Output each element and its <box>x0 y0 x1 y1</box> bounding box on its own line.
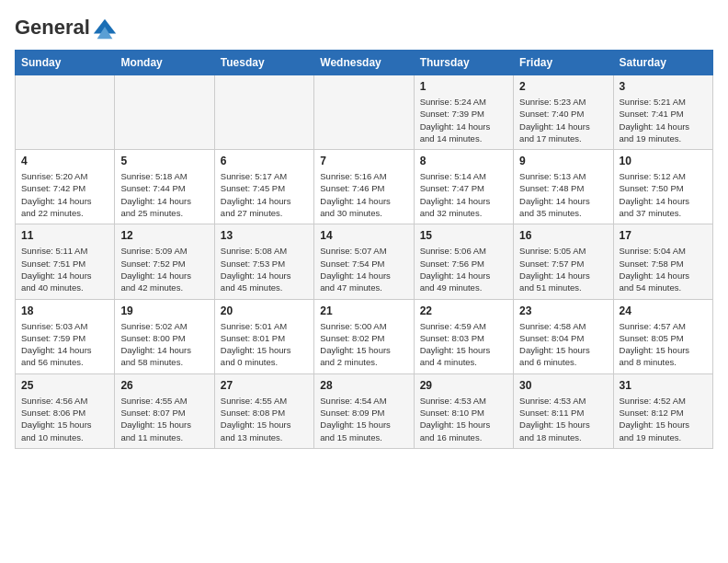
day-info: Sunrise: 4:59 AMSunset: 8:03 PMDaylight:… <box>420 320 507 369</box>
day-cell: 26Sunrise: 4:55 AMSunset: 8:07 PMDayligh… <box>115 373 214 448</box>
weekday-header-saturday: Saturday <box>613 51 712 75</box>
day-info: Sunrise: 5:18 AMSunset: 7:44 PMDaylight:… <box>120 170 208 219</box>
day-number: 1 <box>420 80 507 93</box>
day-info: Sunrise: 5:23 AMSunset: 7:40 PMDaylight:… <box>519 96 607 144</box>
day-info: Sunrise: 5:06 AMSunset: 7:56 PMDaylight:… <box>420 245 507 293</box>
day-info: Sunrise: 4:53 AMSunset: 8:11 PMDaylight:… <box>519 395 607 443</box>
day-cell: 14Sunrise: 5:07 AMSunset: 7:54 PMDayligh… <box>314 224 414 299</box>
day-cell: 4Sunrise: 5:20 AMSunset: 7:42 PMDaylight… <box>16 150 115 224</box>
day-number: 6 <box>221 155 308 167</box>
day-number: 18 <box>21 304 108 317</box>
day-number: 2 <box>519 80 607 93</box>
day-cell: 23Sunrise: 4:58 AMSunset: 8:04 PMDayligh… <box>514 299 613 373</box>
day-info: Sunrise: 4:58 AMSunset: 8:04 PMDaylight:… <box>519 320 607 369</box>
day-cell <box>115 75 214 150</box>
day-cell: 21Sunrise: 5:00 AMSunset: 8:02 PMDayligh… <box>314 299 414 373</box>
weekday-header-wednesday: Wednesday <box>314 51 414 75</box>
day-cell: 11Sunrise: 5:11 AMSunset: 7:51 PMDayligh… <box>16 224 115 299</box>
day-cell: 9Sunrise: 5:13 AMSunset: 7:48 PMDaylight… <box>514 150 613 224</box>
day-number: 8 <box>420 155 507 167</box>
day-cell: 27Sunrise: 4:55 AMSunset: 8:08 PMDayligh… <box>214 373 313 448</box>
day-info: Sunrise: 5:09 AMSunset: 7:52 PMDaylight:… <box>120 245 208 293</box>
weekday-header-monday: Monday <box>115 51 214 75</box>
day-cell: 10Sunrise: 5:12 AMSunset: 7:50 PMDayligh… <box>613 150 712 224</box>
day-cell: 6Sunrise: 5:17 AMSunset: 7:45 PMDaylight… <box>214 150 313 224</box>
day-cell: 31Sunrise: 4:52 AMSunset: 8:12 PMDayligh… <box>613 373 712 448</box>
day-number: 29 <box>420 379 507 392</box>
day-info: Sunrise: 5:21 AMSunset: 7:41 PMDaylight:… <box>620 96 707 144</box>
day-info: Sunrise: 5:20 AMSunset: 7:42 PMDaylight:… <box>21 170 108 219</box>
day-info: Sunrise: 5:00 AMSunset: 8:02 PMDaylight:… <box>320 320 407 369</box>
week-row-2: 4Sunrise: 5:20 AMSunset: 7:42 PMDaylight… <box>16 150 713 224</box>
day-number: 30 <box>519 379 607 392</box>
weekday-header-tuesday: Tuesday <box>214 51 313 75</box>
week-row-3: 11Sunrise: 5:11 AMSunset: 7:51 PMDayligh… <box>16 224 713 299</box>
day-number: 22 <box>420 304 507 317</box>
day-info: Sunrise: 5:02 AMSunset: 8:00 PMDaylight:… <box>120 320 208 369</box>
day-info: Sunrise: 5:11 AMSunset: 7:51 PMDaylight:… <box>21 245 108 293</box>
day-cell: 15Sunrise: 5:06 AMSunset: 7:56 PMDayligh… <box>414 224 513 299</box>
day-cell: 3Sunrise: 5:21 AMSunset: 7:41 PMDaylight… <box>613 75 712 150</box>
day-number: 24 <box>620 304 707 317</box>
day-info: Sunrise: 5:04 AMSunset: 7:58 PMDaylight:… <box>620 245 707 293</box>
day-number: 4 <box>21 155 108 167</box>
day-info: Sunrise: 4:55 AMSunset: 8:07 PMDaylight:… <box>120 395 208 443</box>
day-info: Sunrise: 5:01 AMSunset: 8:01 PMDaylight:… <box>221 320 308 369</box>
day-info: Sunrise: 4:57 AMSunset: 8:05 PMDaylight:… <box>620 320 707 369</box>
day-cell: 13Sunrise: 5:08 AMSunset: 7:53 PMDayligh… <box>214 224 313 299</box>
day-info: Sunrise: 4:52 AMSunset: 8:12 PMDaylight:… <box>620 395 707 443</box>
day-info: Sunrise: 4:54 AMSunset: 8:09 PMDaylight:… <box>320 395 407 443</box>
day-number: 3 <box>620 80 707 93</box>
weekday-header-row: SundayMondayTuesdayWednesdayThursdayFrid… <box>16 51 713 75</box>
day-cell: 5Sunrise: 5:18 AMSunset: 7:44 PMDaylight… <box>115 150 214 224</box>
day-number: 15 <box>420 229 507 242</box>
day-number: 31 <box>620 379 707 392</box>
day-cell: 25Sunrise: 4:56 AMSunset: 8:06 PMDayligh… <box>16 373 115 448</box>
day-cell: 22Sunrise: 4:59 AMSunset: 8:03 PMDayligh… <box>414 299 513 373</box>
day-info: Sunrise: 5:16 AMSunset: 7:46 PMDaylight:… <box>320 170 407 219</box>
day-number: 13 <box>221 229 308 242</box>
weekday-header-friday: Friday <box>514 51 613 75</box>
day-cell: 24Sunrise: 4:57 AMSunset: 8:05 PMDayligh… <box>613 299 712 373</box>
day-number: 9 <box>519 155 607 167</box>
day-number: 20 <box>221 304 308 317</box>
day-cell: 20Sunrise: 5:01 AMSunset: 8:01 PMDayligh… <box>214 299 313 373</box>
page-header: General <box>15 15 713 40</box>
day-info: Sunrise: 4:53 AMSunset: 8:10 PMDaylight:… <box>420 395 507 443</box>
day-info: Sunrise: 5:14 AMSunset: 7:47 PMDaylight:… <box>420 170 507 219</box>
week-row-5: 25Sunrise: 4:56 AMSunset: 8:06 PMDayligh… <box>16 373 713 448</box>
logo: General <box>15 15 118 40</box>
day-number: 14 <box>320 229 407 242</box>
day-info: Sunrise: 5:07 AMSunset: 7:54 PMDaylight:… <box>320 245 407 293</box>
weekday-header-sunday: Sunday <box>16 51 115 75</box>
week-row-1: 1Sunrise: 5:24 AMSunset: 7:39 PMDaylight… <box>16 75 713 150</box>
day-cell: 7Sunrise: 5:16 AMSunset: 7:46 PMDaylight… <box>314 150 414 224</box>
day-number: 23 <box>519 304 607 317</box>
day-number: 5 <box>120 155 208 167</box>
day-cell <box>214 75 313 150</box>
day-cell <box>314 75 414 150</box>
day-info: Sunrise: 4:55 AMSunset: 8:08 PMDaylight:… <box>221 395 308 443</box>
day-info: Sunrise: 5:08 AMSunset: 7:53 PMDaylight:… <box>221 245 308 293</box>
day-info: Sunrise: 5:05 AMSunset: 7:57 PMDaylight:… <box>519 245 607 293</box>
day-cell: 18Sunrise: 5:03 AMSunset: 7:59 PMDayligh… <box>16 299 115 373</box>
day-info: Sunrise: 5:17 AMSunset: 7:45 PMDaylight:… <box>221 170 308 219</box>
day-number: 25 <box>21 379 108 392</box>
day-info: Sunrise: 5:13 AMSunset: 7:48 PMDaylight:… <box>519 170 607 219</box>
day-cell: 28Sunrise: 4:54 AMSunset: 8:09 PMDayligh… <box>314 373 414 448</box>
day-cell: 19Sunrise: 5:02 AMSunset: 8:00 PMDayligh… <box>115 299 214 373</box>
day-info: Sunrise: 4:56 AMSunset: 8:06 PMDaylight:… <box>21 395 108 443</box>
week-row-4: 18Sunrise: 5:03 AMSunset: 7:59 PMDayligh… <box>16 299 713 373</box>
logo-general: General <box>15 16 90 39</box>
day-cell: 1Sunrise: 5:24 AMSunset: 7:39 PMDaylight… <box>414 75 513 150</box>
day-number: 7 <box>320 155 407 167</box>
logo-icon <box>92 15 118 40</box>
calendar-table: SundayMondayTuesdayWednesdayThursdayFrid… <box>15 50 713 449</box>
day-number: 27 <box>221 379 308 392</box>
day-number: 10 <box>620 155 707 167</box>
day-info: Sunrise: 5:24 AMSunset: 7:39 PMDaylight:… <box>420 96 507 144</box>
day-number: 11 <box>21 229 108 242</box>
day-number: 17 <box>620 229 707 242</box>
day-number: 16 <box>519 229 607 242</box>
day-cell: 29Sunrise: 4:53 AMSunset: 8:10 PMDayligh… <box>414 373 513 448</box>
